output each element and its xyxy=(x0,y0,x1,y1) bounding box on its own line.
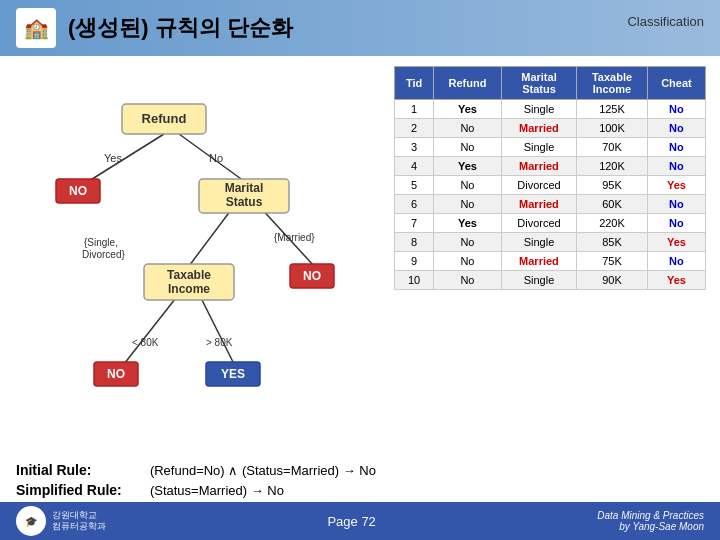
cell-marital: Single xyxy=(501,100,576,119)
logo-img: 🎓 xyxy=(16,506,46,536)
cell-cheat: No xyxy=(647,100,705,119)
data-table: Tid Refund MaritalStatus TaxableIncome C… xyxy=(394,66,706,290)
cell-income: 120K xyxy=(577,157,648,176)
refund-label: Refund xyxy=(142,111,187,126)
taxable-label-1: Taxable xyxy=(167,268,211,282)
table-row: 8NoSingle85KYes xyxy=(395,233,706,252)
cell-tid: 4 xyxy=(395,157,434,176)
cell-income: 75K xyxy=(577,252,648,271)
simplified-rule-label: Simplified Rule: xyxy=(16,482,146,498)
logo-text: 강원대학교컴퓨터공학과 xyxy=(52,510,106,532)
cell-tid: 3 xyxy=(395,138,434,157)
table-body: 1YesSingle125KNo2NoMarried100KNo3NoSingl… xyxy=(395,100,706,290)
table-area: Tid Refund MaritalStatus TaxableIncome C… xyxy=(394,66,706,446)
table-row: 4YesMarried120KNo xyxy=(395,157,706,176)
table-head: Tid Refund MaritalStatus TaxableIncome C… xyxy=(395,67,706,100)
header-title: (생성된) 규칙의 단순화 xyxy=(68,13,293,43)
cell-income: 100K xyxy=(577,119,648,138)
cell-marital: Divorced xyxy=(501,176,576,195)
col-income: TaxableIncome xyxy=(577,67,648,100)
cell-cheat: No xyxy=(647,214,705,233)
initial-rule-line: Initial Rule: (Refund=No) ∧ (Status=Marr… xyxy=(16,462,704,478)
header: 🏫 (생성된) 규칙의 단순화 xyxy=(0,0,720,56)
cell-marital: Married xyxy=(501,252,576,271)
cell-refund: Yes xyxy=(434,157,502,176)
cell-cheat: Yes xyxy=(647,233,705,252)
credit-text: Data Mining & Practices by Yang-Sae Moon xyxy=(597,510,704,532)
cell-income: 60K xyxy=(577,195,648,214)
credit-line2: by Yang-Sae Moon xyxy=(619,521,704,532)
yes-leaf-label: YES xyxy=(221,367,245,381)
cell-refund: No xyxy=(434,138,502,157)
cell-cheat: No xyxy=(647,252,705,271)
classification-label: Classification xyxy=(627,14,704,29)
edge-label-divorced: Divorced} xyxy=(82,249,125,260)
header-icon: 🏫 xyxy=(16,8,56,48)
tree-area: Yes No {Single, Divorced} {Married} < 80… xyxy=(14,66,384,446)
initial-rule-label: Initial Rule: xyxy=(16,462,146,478)
cell-income: 85K xyxy=(577,233,648,252)
cell-income: 125K xyxy=(577,100,648,119)
cell-marital: Married xyxy=(501,195,576,214)
cell-marital: Single xyxy=(501,138,576,157)
cell-refund: No xyxy=(434,119,502,138)
cell-tid: 2 xyxy=(395,119,434,138)
edge-label-single: {Single, xyxy=(84,237,118,248)
table-row: 5NoDivorced95KYes xyxy=(395,176,706,195)
cell-marital: Divorced xyxy=(501,214,576,233)
cell-cheat: No xyxy=(647,138,705,157)
cell-income: 220K xyxy=(577,214,648,233)
cell-tid: 7 xyxy=(395,214,434,233)
university-logo: 🎓 강원대학교컴퓨터공학과 xyxy=(16,506,106,536)
cell-tid: 1 xyxy=(395,100,434,119)
simplified-rule-line: Simplified Rule: (Status=Married) → No xyxy=(16,482,704,498)
main-content: Yes No {Single, Divorced} {Married} < 80… xyxy=(0,56,720,456)
edge-label-married: {Married} xyxy=(274,232,315,243)
edge-label-yes: Yes xyxy=(104,152,122,164)
col-marital: MaritalStatus xyxy=(501,67,576,100)
col-cheat: Cheat xyxy=(647,67,705,100)
rules-area: Initial Rule: (Refund=No) ∧ (Status=Marr… xyxy=(0,456,720,508)
cell-marital: Married xyxy=(501,157,576,176)
table-row: 9NoMarried75KNo xyxy=(395,252,706,271)
cell-tid: 9 xyxy=(395,252,434,271)
simplified-rule-formula: (Status=Married) → No xyxy=(150,483,284,498)
no-leaf-3-label: NO xyxy=(107,367,125,381)
col-refund: Refund xyxy=(434,67,502,100)
cell-refund: No xyxy=(434,271,502,290)
cell-income: 70K xyxy=(577,138,648,157)
cell-cheat: Yes xyxy=(647,176,705,195)
initial-rule-formula: (Refund=No) ∧ (Status=Married) → No xyxy=(150,463,376,478)
bottom-bar: 🎓 강원대학교컴퓨터공학과 Page 72 Data Mining & Prac… xyxy=(0,502,720,540)
no-leaf-2-label: NO xyxy=(303,269,321,283)
cell-cheat: No xyxy=(647,157,705,176)
cell-refund: Yes xyxy=(434,214,502,233)
svg-line-4 xyxy=(124,294,179,364)
cell-income: 95K xyxy=(577,176,648,195)
edge-label-no: No xyxy=(209,152,223,164)
credit-line1: Data Mining & Practices xyxy=(597,510,704,521)
cell-income: 90K xyxy=(577,271,648,290)
cell-tid: 5 xyxy=(395,176,434,195)
cell-refund: No xyxy=(434,176,502,195)
edge-label-lt80k: < 80K xyxy=(132,337,159,348)
table-row: 3NoSingle70KNo xyxy=(395,138,706,157)
marital-label-1: Marital xyxy=(225,181,264,195)
table-row: 1YesSingle125KNo xyxy=(395,100,706,119)
cell-tid: 8 xyxy=(395,233,434,252)
tree-svg: Yes No {Single, Divorced} {Married} < 80… xyxy=(14,66,384,446)
svg-line-5 xyxy=(199,294,234,364)
svg-line-0 xyxy=(89,134,164,181)
table-row: 10NoSingle90KYes xyxy=(395,271,706,290)
cell-tid: 6 xyxy=(395,195,434,214)
col-tid: Tid xyxy=(395,67,434,100)
cell-cheat: No xyxy=(647,195,705,214)
cell-marital: Single xyxy=(501,271,576,290)
table-row: 2NoMarried100KNo xyxy=(395,119,706,138)
cell-marital: Married xyxy=(501,119,576,138)
cell-refund: No xyxy=(434,233,502,252)
cell-marital: Single xyxy=(501,233,576,252)
cell-refund: No xyxy=(434,252,502,271)
no-leaf-1-label: NO xyxy=(69,184,87,198)
marital-label-2: Status xyxy=(226,195,263,209)
